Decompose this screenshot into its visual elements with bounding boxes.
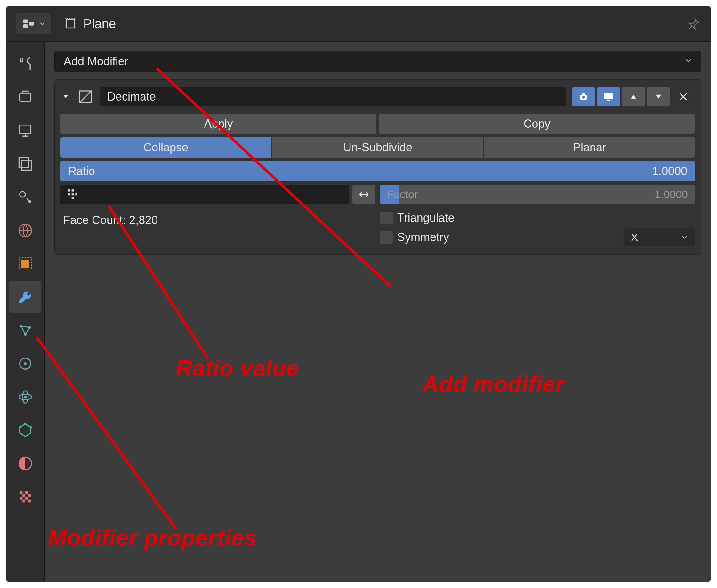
- ratio-value: 1.0000: [652, 165, 687, 178]
- factor-slider[interactable]: Factor 1.0000: [380, 185, 695, 204]
- tab-render[interactable]: [9, 81, 41, 113]
- wrench-icon: [17, 289, 34, 306]
- tab-scene[interactable]: [9, 181, 41, 213]
- svg-rect-45: [75, 193, 78, 195]
- factor-value: 1.0000: [655, 188, 688, 201]
- mode-planar[interactable]: Planar: [484, 137, 695, 158]
- svg-point-37: [582, 96, 585, 99]
- factor-label: Factor: [387, 188, 418, 201]
- decimate-icon: [77, 88, 94, 105]
- move-up-button[interactable]: [622, 87, 645, 106]
- tab-viewlayer[interactable]: [9, 148, 41, 180]
- svg-point-10: [20, 192, 25, 197]
- tab-constraints[interactable]: [9, 381, 41, 413]
- editor-type-switcher[interactable]: [16, 13, 51, 34]
- annotation-ratio-value: Ratio value: [176, 355, 299, 381]
- triangulate-label: Triangulate: [397, 211, 455, 225]
- svg-rect-0: [23, 20, 28, 23]
- properties-editor-icon: [21, 16, 36, 31]
- symmetry-axis-dropdown[interactable]: X: [625, 228, 695, 246]
- tab-material[interactable]: [9, 447, 41, 480]
- chevron-down-icon: [680, 233, 689, 241]
- svg-point-25: [19, 426, 20, 428]
- svg-rect-39: [604, 93, 613, 99]
- monitor-icon: [603, 91, 614, 102]
- svg-rect-13: [21, 259, 29, 268]
- tab-output[interactable]: [9, 114, 41, 147]
- triangle-up-icon: [629, 92, 638, 102]
- svg-rect-6: [22, 91, 28, 93]
- svg-rect-30: [28, 494, 31, 497]
- object-icon: [64, 17, 77, 30]
- checkbox-icon: [380, 231, 393, 244]
- modifier-name-field[interactable]: Decimate: [100, 87, 566, 106]
- header-bar: Plane: [6, 6, 711, 42]
- annotation-modifier-properties: Modifier properties: [48, 525, 257, 550]
- ratio-slider[interactable]: Ratio 1.0000: [61, 161, 695, 182]
- tab-physics[interactable]: [9, 348, 41, 380]
- svg-rect-43: [68, 193, 70, 195]
- svg-rect-28: [25, 491, 28, 494]
- add-modifier-label: Add Modifier: [64, 55, 128, 68]
- move-down-button[interactable]: [647, 87, 670, 106]
- bidirectional-arrow-icon: [358, 188, 370, 201]
- tab-particles[interactable]: [9, 314, 41, 346]
- modifier-item: Decimate Apply Copy Collapse Un-Sub: [55, 79, 701, 255]
- svg-rect-41: [68, 189, 70, 192]
- collapse-toggle[interactable]: [61, 91, 71, 102]
- chevron-down-icon: [38, 20, 46, 27]
- apply-button[interactable]: Apply: [61, 113, 376, 134]
- vertex-group-icon: [66, 187, 80, 201]
- svg-rect-31: [20, 497, 23, 500]
- svg-rect-44: [72, 193, 74, 195]
- decimate-mode-segment: Collapse Un-Subdivide Planar: [61, 137, 695, 158]
- svg-rect-27: [20, 491, 23, 494]
- breadcrumb[interactable]: Plane: [64, 17, 116, 31]
- svg-point-24: [30, 426, 32, 428]
- symmetry-label: Symmetry: [397, 230, 449, 244]
- remove-modifier-button[interactable]: [672, 87, 695, 106]
- svg-point-11: [28, 200, 31, 203]
- svg-rect-1: [23, 24, 28, 28]
- checkbox-icon: [380, 212, 393, 224]
- mode-unsubdivide[interactable]: Un-Subdivide: [272, 137, 483, 158]
- svg-rect-3: [66, 20, 75, 28]
- svg-rect-40: [607, 100, 610, 101]
- properties-tabs: [6, 42, 45, 582]
- modifier-header: Decimate: [61, 85, 695, 108]
- mode-unsubdivide-label: Un-Subdivide: [343, 141, 412, 154]
- triangulate-checkbox[interactable]: Triangulate: [380, 208, 695, 228]
- svg-rect-38: [582, 93, 585, 95]
- svg-rect-34: [28, 500, 31, 503]
- svg-rect-29: [22, 494, 25, 497]
- tab-object[interactable]: [9, 248, 41, 280]
- modifier-name-text: Decimate: [107, 90, 156, 103]
- face-count-label: Face Count: 2,820: [61, 213, 158, 227]
- mode-collapse-label: Collapse: [143, 141, 188, 154]
- show-render-toggle[interactable]: [572, 87, 595, 106]
- tab-tool[interactable]: [9, 48, 41, 80]
- copy-button[interactable]: Copy: [379, 113, 695, 134]
- close-icon: [678, 91, 689, 102]
- vertex-group-field[interactable]: [61, 185, 349, 204]
- ratio-label: Ratio: [68, 165, 95, 178]
- copy-label: Copy: [523, 117, 550, 131]
- tab-world[interactable]: [9, 214, 41, 247]
- invert-vgroup-button[interactable]: [353, 185, 376, 204]
- chevron-down-icon: [683, 55, 693, 68]
- svg-rect-32: [25, 497, 28, 500]
- pin-button[interactable]: [686, 16, 701, 31]
- tab-texture[interactable]: [9, 481, 41, 513]
- modifiers-panel: Add Modifier Decimate: [45, 42, 711, 582]
- triangle-down-icon: [654, 92, 663, 102]
- svg-rect-7: [20, 125, 31, 133]
- tab-mesh[interactable]: [9, 414, 41, 446]
- symmetry-axis-value: X: [631, 231, 638, 244]
- show-viewport-toggle[interactable]: [597, 87, 620, 106]
- breadcrumb-object: Plane: [83, 17, 116, 31]
- add-modifier-dropdown[interactable]: Add Modifier: [55, 50, 701, 72]
- svg-rect-33: [22, 500, 25, 503]
- mode-planar-label: Planar: [573, 141, 606, 154]
- tab-modifiers[interactable]: [9, 281, 41, 313]
- svg-rect-2: [29, 22, 34, 26]
